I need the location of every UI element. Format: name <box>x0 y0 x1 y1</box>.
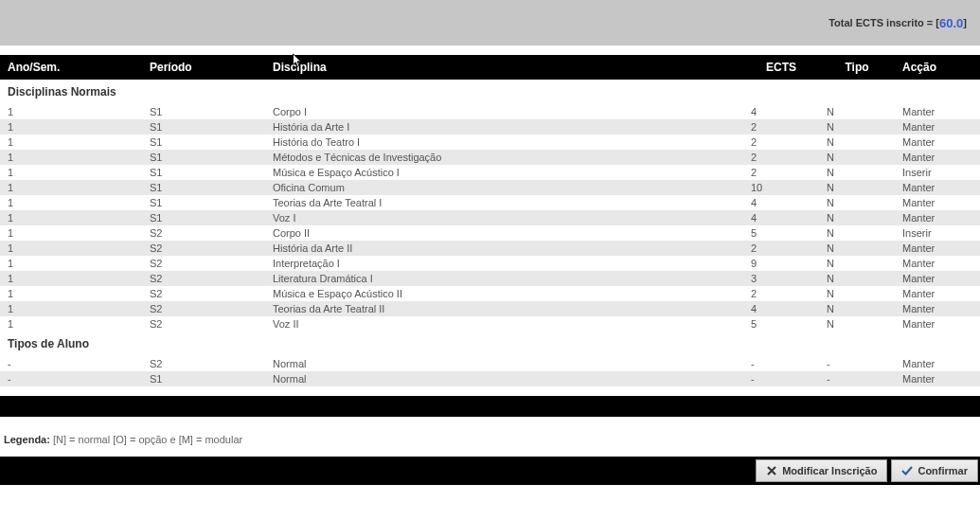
cell-ects: 4 <box>743 301 819 316</box>
cell-tipo: N <box>819 241 895 256</box>
table-row: 1S2Corpo II5NInserir <box>0 225 980 241</box>
cell-ects: 2 <box>743 165 819 180</box>
cell-per: S1 <box>142 210 265 225</box>
col-accao: Acção <box>895 55 980 80</box>
cell-disc: Teorias da Arte Teatral I <box>265 195 743 210</box>
cell-disc: Normal <box>265 356 743 371</box>
cell-disc: Métodos e Técnicas de Investigação <box>265 150 743 165</box>
legend-text: [N] = normal [O] = opção e [M] = modular <box>53 434 242 445</box>
cell-disc: Voz II <box>265 316 743 332</box>
cell-disc: História da Arte I <box>265 119 743 134</box>
cell-accao: Inserir <box>895 165 980 180</box>
cell-per: S2 <box>142 286 265 301</box>
table-row: 1S1História da Arte I2NManter <box>0 119 980 134</box>
confirmar-button[interactable]: Confirmar <box>891 459 978 482</box>
cell-ano: 1 <box>0 165 142 180</box>
cell-accao: Manter <box>895 301 980 316</box>
cell-disc: Teorias da Arte Teatral II <box>265 301 743 316</box>
col-ects: ECTS <box>743 55 819 80</box>
cell-tipo: N <box>819 119 895 134</box>
cell-ects: - <box>743 371 819 386</box>
cell-tipo: N <box>819 180 895 195</box>
legend-label: Legenda: <box>4 434 50 445</box>
table-row: 1S2História da Arte II2NManter <box>0 241 980 256</box>
footer-bar: Modificar Inscrição Confirmar <box>0 457 980 485</box>
table-row: 1S1História do Teatro I2NManter <box>0 134 980 150</box>
cell-disc: Oficina Comum <box>265 180 743 195</box>
cell-disc: História da Arte II <box>265 241 743 256</box>
summary-bar: Total ECTS inscrito = [ 60.0 ] <box>0 0 980 45</box>
cell-per: S2 <box>142 256 265 271</box>
cell-per: S1 <box>142 371 265 386</box>
cell-accao: Manter <box>895 119 980 134</box>
cell-ano: 1 <box>0 256 142 271</box>
cell-per: S2 <box>142 301 265 316</box>
total-ects-suffix: ] <box>963 17 967 28</box>
modificar-button[interactable]: Modificar Inscrição <box>756 459 887 482</box>
divider-bar <box>0 396 980 417</box>
section-normais: Disciplinas Normais <box>0 80 980 104</box>
cell-disc: Música e Espaço Acústico I <box>265 165 743 180</box>
cell-ano: 1 <box>0 210 142 225</box>
cell-ects: 2 <box>743 134 819 150</box>
table-row: 1S1Música e Espaço Acústico I2NInserir <box>0 165 980 180</box>
cell-ects: 2 <box>743 286 819 301</box>
cell-disc: Voz I <box>265 210 743 225</box>
cell-ects: 5 <box>743 225 819 241</box>
cell-ano: 1 <box>0 119 142 134</box>
cell-disc: Interpretação I <box>265 256 743 271</box>
cell-accao: Manter <box>895 195 980 210</box>
table-row: 1S2Música e Espaço Acústico II2NManter <box>0 286 980 301</box>
cell-ects: 9 <box>743 256 819 271</box>
cell-disc: Música e Espaço Acústico II <box>265 286 743 301</box>
col-periodo: Período <box>142 55 265 80</box>
cell-per: S1 <box>142 150 265 165</box>
total-ects-label: Total ECTS inscrito = [ <box>829 17 939 28</box>
cell-tipo: - <box>819 371 895 386</box>
modificar-label: Modificar Inscrição <box>782 465 877 476</box>
cell-tipo: N <box>819 316 895 332</box>
cell-ano: 1 <box>0 180 142 195</box>
cell-per: S2 <box>142 356 265 371</box>
cell-ano: 1 <box>0 316 142 332</box>
table-row: 1S1Teorias da Arte Teatral I4NManter <box>0 195 980 210</box>
section-tipos: Tipos de Aluno <box>0 332 980 356</box>
cell-ano: 1 <box>0 271 142 286</box>
cell-accao: Manter <box>895 104 980 119</box>
cell-ano: 1 <box>0 286 142 301</box>
cell-ano: - <box>0 371 142 386</box>
cell-tipo: N <box>819 104 895 119</box>
cell-accao: Manter <box>895 356 980 371</box>
cell-ano: - <box>0 356 142 371</box>
cell-accao: Manter <box>895 256 980 271</box>
cell-accao: Manter <box>895 316 980 332</box>
cell-per: S1 <box>142 134 265 150</box>
cell-ects: 2 <box>743 150 819 165</box>
cell-ects: 3 <box>743 271 819 286</box>
check-icon <box>901 465 913 476</box>
cell-accao: Manter <box>895 210 980 225</box>
cell-accao: Manter <box>895 286 980 301</box>
cell-per: S2 <box>142 241 265 256</box>
table-row: 1S1Voz I4NManter <box>0 210 980 225</box>
table-row: 1S2Teorias da Arte Teatral II4NManter <box>0 301 980 316</box>
cell-ects: 5 <box>743 316 819 332</box>
cell-tipo: N <box>819 271 895 286</box>
cell-accao: Manter <box>895 271 980 286</box>
cell-disc: Literatura Dramática I <box>265 271 743 286</box>
col-tipo: Tipo <box>819 55 895 80</box>
cell-per: S1 <box>142 165 265 180</box>
cell-ects: - <box>743 356 819 371</box>
cell-ano: 1 <box>0 241 142 256</box>
cell-disc: Corpo I <box>265 104 743 119</box>
close-icon <box>766 465 777 476</box>
cell-disc: Corpo II <box>265 225 743 241</box>
table-row: 1S2Interpretação I9NManter <box>0 256 980 271</box>
cell-disc: História do Teatro I <box>265 134 743 150</box>
cell-ano: 1 <box>0 150 142 165</box>
col-ano: Ano/Sem. <box>0 55 142 80</box>
confirmar-label: Confirmar <box>918 465 968 476</box>
cell-accao: Manter <box>895 241 980 256</box>
cell-tipo: N <box>819 286 895 301</box>
total-ects-value: 60.0 <box>939 16 963 30</box>
